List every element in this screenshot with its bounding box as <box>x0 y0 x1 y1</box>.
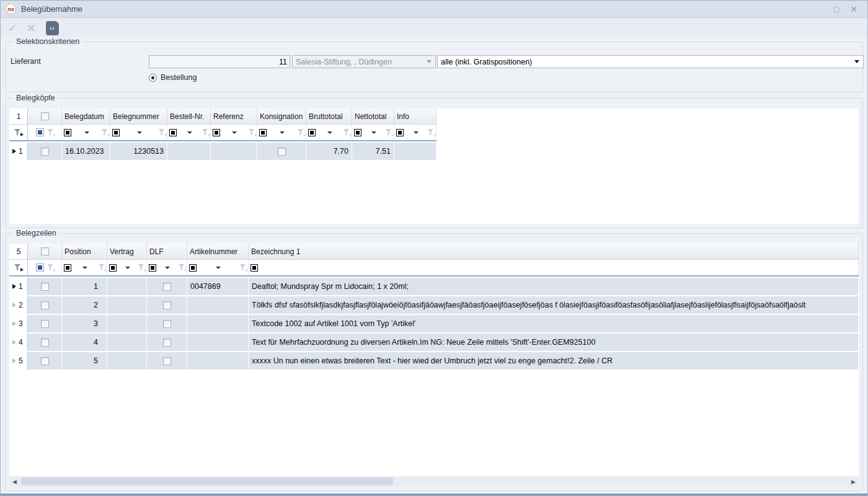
filter-row-icon[interactable] <box>14 129 21 136</box>
row-indicator-cell[interactable]: 1 <box>9 143 28 160</box>
clear-filter-icon[interactable] <box>249 129 255 136</box>
filter-type-icon[interactable] <box>308 129 316 136</box>
filter-type-icon[interactable] <box>354 129 361 136</box>
column-header-info[interactable]: Info <box>394 108 436 124</box>
dropdown-caret-icon[interactable] <box>82 267 87 269</box>
column-header-belegdatum[interactable]: Belegdatum <box>62 108 110 124</box>
filter-active-icon[interactable] <box>36 128 44 136</box>
cancel-icon[interactable]: ✕ <box>27 23 35 33</box>
column-header-bezeichnung[interactable]: Bezeichnung 1 <box>249 244 859 259</box>
row-count: 5 <box>12 247 25 256</box>
dlf-checkbox[interactable] <box>163 283 171 291</box>
dlf-checkbox[interactable] <box>163 339 171 347</box>
maximize-button[interactable]: □ <box>834 5 839 14</box>
column-header-nettototal[interactable]: Nettototal <box>352 108 394 124</box>
filter-type-icon[interactable] <box>213 129 220 136</box>
row-indicator-cell[interactable]: 3 <box>9 315 28 332</box>
row-checkbox[interactable] <box>41 301 49 309</box>
select-all-checkbox[interactable] <box>41 247 49 255</box>
dropdown-caret-icon[interactable] <box>187 131 192 134</box>
dlf-checkbox[interactable] <box>163 357 171 365</box>
clear-filter-icon[interactable] <box>298 129 304 136</box>
cell-vertrag <box>107 278 147 295</box>
dropdown-caret-icon[interactable] <box>216 267 221 269</box>
scrollbar-thumb[interactable] <box>21 477 393 485</box>
table-row[interactable]: 1 1 0047869 Deaftol; Mundspray Spr m Lid… <box>9 278 859 295</box>
table-row[interactable]: 4 4 Text für Mehrfachzuordnung zu divers… <box>9 334 859 351</box>
dropdown-caret-icon[interactable] <box>84 131 89 134</box>
clear-filter-icon[interactable] <box>240 264 246 271</box>
row-arrow-icon <box>12 358 16 363</box>
filter-active-icon[interactable] <box>36 264 44 272</box>
confirm-icon[interactable]: ✓ <box>8 23 17 33</box>
filter-type-icon[interactable] <box>109 264 117 272</box>
row-indicator-cell[interactable]: 4 <box>9 334 28 351</box>
dropdown-caret-icon[interactable] <box>327 131 332 134</box>
dropdown-caret-icon[interactable] <box>371 131 376 134</box>
filter-type-icon[interactable] <box>189 264 197 272</box>
clear-filter-icon[interactable] <box>48 129 54 136</box>
konsignation-checkbox[interactable] <box>278 148 286 156</box>
column-header-referenz[interactable]: Referenz <box>211 108 257 124</box>
clear-filter-icon[interactable] <box>386 129 392 136</box>
column-header-position[interactable]: Position <box>62 244 107 259</box>
row-checkbox[interactable] <box>41 148 49 156</box>
dlf-checkbox[interactable] <box>163 320 171 328</box>
row-checkbox[interactable] <box>41 339 49 347</box>
clear-filter-icon[interactable] <box>343 129 350 136</box>
row-number: 1 <box>19 282 23 291</box>
table-row[interactable]: 3 3 Textcode 1002 auf Artikel 1001 vom T… <box>9 315 859 332</box>
row-indicator-cell[interactable]: 2 <box>9 296 28 314</box>
source-document-icon[interactable]: ‹› <box>46 21 59 35</box>
filter-type-icon[interactable] <box>149 264 156 272</box>
dropdown-caret-icon[interactable] <box>125 267 130 269</box>
filter-row-icon[interactable] <box>14 264 21 271</box>
lieferant-number-field[interactable]: 11 <box>149 55 290 68</box>
clear-filter-icon[interactable] <box>102 129 108 136</box>
column-header-bestellnr[interactable]: Bestell-Nr. <box>167 108 211 124</box>
close-button[interactable]: ✕ <box>850 5 857 14</box>
filter-type-icon[interactable] <box>259 129 267 136</box>
column-header-artikelnummer[interactable]: Artikelnummer <box>187 244 249 259</box>
clear-filter-icon[interactable] <box>99 264 105 271</box>
row-checkbox[interactable] <box>41 320 49 328</box>
scroll-right-button[interactable]: ▶ <box>848 476 859 487</box>
lieferant-name-dropdown[interactable]: Salesia-Stiftung, , Düdingen <box>292 55 436 68</box>
filter-type-icon[interactable] <box>396 129 404 136</box>
filter-type-icon[interactable] <box>112 129 120 136</box>
column-header-konsignation[interactable]: Konsignation <box>257 108 306 124</box>
table-row[interactable]: 5 5 xxxxx Un nun einen etwas breiteren T… <box>9 352 859 370</box>
row-checkbox[interactable] <box>41 283 49 291</box>
dlf-checkbox[interactable] <box>163 301 171 309</box>
clear-filter-icon[interactable] <box>202 129 208 136</box>
clear-filter-icon[interactable] <box>179 264 185 271</box>
row-indicator-cell[interactable]: 5 <box>9 352 28 370</box>
column-header-dlf[interactable]: DLF <box>147 244 187 259</box>
dropdown-caret-icon[interactable] <box>165 267 170 269</box>
table-row[interactable]: 2 2 Tölkfs dfsf sfasöfslkfjlasdkjfasjfla… <box>9 296 859 314</box>
dropdown-caret-icon[interactable] <box>414 131 418 134</box>
clear-filter-icon[interactable] <box>48 264 54 271</box>
row-indicator-cell[interactable]: 1 <box>9 278 28 295</box>
horizontal-scrollbar[interactable]: ◀ ▶ <box>9 476 859 487</box>
filter-type-icon[interactable] <box>64 129 71 136</box>
clear-filter-icon[interactable] <box>159 129 165 136</box>
scroll-left-button[interactable]: ◀ <box>9 476 20 487</box>
table-row[interactable]: 1 16.10.2023 1230513 7.70 7.51 <box>9 143 436 160</box>
row-count: 1 <box>12 112 25 121</box>
column-header-belegnummer[interactable]: Belegnummer <box>110 108 167 124</box>
row-checkbox[interactable] <box>41 357 49 365</box>
dropdown-caret-icon[interactable] <box>137 131 142 134</box>
dropdown-caret-icon[interactable] <box>280 131 285 134</box>
dropdown-caret-icon[interactable] <box>232 131 237 134</box>
position-filter-dropdown[interactable]: alle (inkl. Gratispositionen) <box>437 55 864 68</box>
filter-type-icon[interactable] <box>169 129 177 136</box>
filter-type-icon[interactable] <box>64 264 71 272</box>
column-header-bruttototal[interactable]: Bruttototal <box>306 108 352 124</box>
filter-type-icon[interactable] <box>250 264 258 272</box>
clear-filter-icon[interactable] <box>138 264 144 271</box>
select-all-checkbox[interactable] <box>41 112 49 120</box>
column-header-vertrag[interactable]: Vertrag <box>107 244 147 259</box>
bestellung-radio[interactable] <box>149 74 157 82</box>
clear-filter-icon[interactable] <box>428 129 434 136</box>
